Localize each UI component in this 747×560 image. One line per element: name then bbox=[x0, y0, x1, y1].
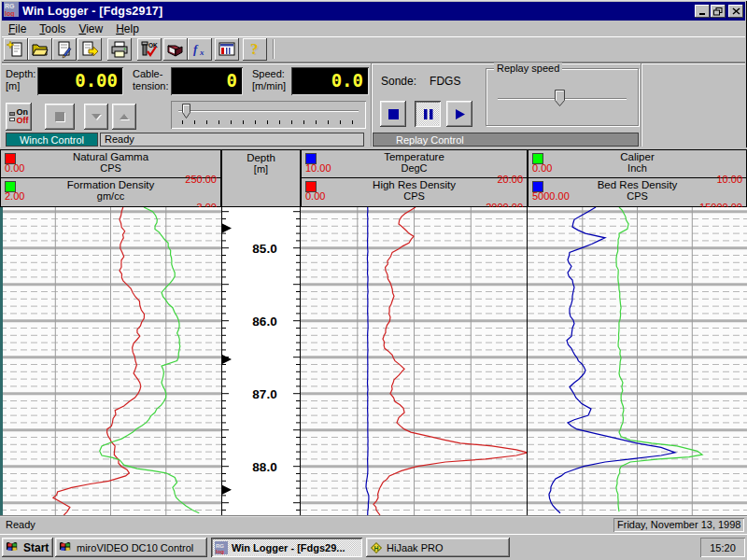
new-log-icon bbox=[7, 40, 25, 59]
track-1-header: Natural Gamma0.00CPS250.00Formation Dens… bbox=[0, 149, 221, 207]
toolbar-help-button[interactable]: ?? bbox=[243, 38, 267, 61]
svg-text:?: ? bbox=[250, 40, 259, 58]
scale-min: 5000.00 bbox=[532, 190, 570, 202]
cable-tension-display: 0 bbox=[171, 67, 243, 95]
speed-display: 0.0 bbox=[291, 67, 369, 95]
speed-label: Speed:[m/min] bbox=[252, 68, 286, 92]
minimize-button[interactable] bbox=[695, 5, 710, 18]
svg-text:x: x bbox=[199, 48, 204, 57]
scale-min: 0.00 bbox=[305, 190, 325, 202]
curve-unit: gm/cc bbox=[1, 190, 220, 202]
sonde-row: Sonde:FDGS bbox=[381, 75, 460, 88]
temperature-header: Temperature10.00DegC20.00 bbox=[302, 150, 527, 178]
scale-min: 2.00 bbox=[5, 190, 24, 202]
close-icon bbox=[732, 7, 740, 15]
winch-stop-button[interactable] bbox=[45, 104, 75, 130]
replay-play-button[interactable] bbox=[446, 101, 472, 127]
menu-help[interactable]: Help bbox=[109, 21, 146, 36]
replay-slider-thumb[interactable] bbox=[555, 90, 565, 110]
replay-pause-button[interactable] bbox=[415, 101, 441, 127]
menu-view[interactable]: View bbox=[72, 21, 109, 36]
toolbar-new-log-button[interactable] bbox=[4, 38, 28, 61]
winch-down-button[interactable] bbox=[84, 104, 108, 130]
menu-tools[interactable]: Tools bbox=[33, 21, 72, 36]
rglog-icon: RGlog bbox=[215, 541, 228, 554]
winapp-icon bbox=[59, 540, 73, 554]
menu-file[interactable]: File bbox=[2, 21, 33, 36]
sonde-check-ok-icon: OK bbox=[140, 40, 159, 59]
win-logger-window: RGlog Win Logger - [Fdgs2917] FileToolsV… bbox=[0, 0, 747, 560]
task-button-mirovideo-dc10-control[interactable]: miroVIDEO DC10 Control bbox=[55, 538, 207, 557]
replay-speed-group-label: Replay speed bbox=[494, 63, 562, 74]
svg-text:f: f bbox=[193, 42, 199, 56]
winch-slider-thumb[interactable] bbox=[182, 104, 190, 122]
winch-slider-tick bbox=[255, 120, 256, 124]
formation-density-header: Formation Density2.00gm/cc3.00 bbox=[1, 178, 220, 205]
toolbar-print-button[interactable] bbox=[107, 38, 132, 61]
depth-label-88.0: 88.0 bbox=[252, 460, 276, 474]
curve-title: High Res Density bbox=[302, 178, 527, 190]
depth-display: 0.00 bbox=[37, 67, 123, 95]
export-log-icon bbox=[80, 40, 99, 59]
app-icon: RGlog bbox=[4, 2, 19, 21]
winch-slider-tick bbox=[316, 120, 317, 124]
depth-column: 85.086.087.088.0 bbox=[221, 207, 301, 515]
winch-on-off-button[interactable]: OnOff bbox=[6, 103, 32, 131]
svg-text:RG: RG bbox=[5, 3, 15, 9]
curve-title: Natural Gamma bbox=[1, 150, 220, 162]
track-2-plot bbox=[301, 207, 528, 515]
open-log-icon bbox=[31, 40, 49, 59]
winch-status-field: Ready bbox=[100, 133, 364, 147]
restore-button[interactable] bbox=[711, 5, 726, 18]
scale-min: 0.00 bbox=[532, 162, 552, 174]
toolbar-edit-log-header-button[interactable] bbox=[52, 38, 77, 61]
svg-text:H: H bbox=[374, 545, 379, 552]
task-label: miroVIDEO DC10 Control bbox=[77, 542, 193, 553]
depth-label: Depth:[m] bbox=[6, 68, 35, 92]
toolbar-sonde-check-ok-button[interactable]: OK bbox=[137, 38, 162, 61]
print-icon bbox=[110, 40, 129, 59]
winch-slider-tick bbox=[206, 120, 207, 124]
winch-slider-tick bbox=[231, 120, 232, 124]
winch-slider-tick bbox=[352, 120, 353, 124]
windows-flag-icon bbox=[6, 540, 20, 554]
curve-title: Bed Res Density bbox=[529, 178, 746, 190]
close-button[interactable] bbox=[728, 5, 743, 18]
depth-header: Depth[m] bbox=[221, 149, 301, 207]
winch-speed-slider[interactable] bbox=[171, 101, 366, 129]
task-button-hijaak-pro[interactable]: HHiJaak PRO bbox=[366, 538, 510, 557]
stop-icon bbox=[53, 110, 66, 123]
toolbar-open-log-button[interactable] bbox=[28, 38, 52, 61]
replay-window-icon bbox=[218, 40, 236, 59]
winch-up-button[interactable] bbox=[112, 104, 136, 130]
depth-axis-unit: [m] bbox=[222, 163, 300, 175]
log-chart-area: Natural Gamma0.00CPS250.00Formation Dens… bbox=[0, 147, 747, 515]
start-button[interactable]: Start bbox=[2, 538, 53, 557]
replay-stop-button[interactable] bbox=[380, 101, 406, 127]
depth-label-87.0: 87.0 bbox=[252, 387, 276, 401]
curve-unit: CPS bbox=[1, 162, 220, 174]
restore-icon bbox=[713, 7, 723, 16]
help-icon: ?? bbox=[246, 40, 264, 59]
rg-log-icon: RGlog bbox=[4, 2, 19, 17]
scale-min: 0.00 bbox=[5, 162, 24, 174]
track-1-plot bbox=[0, 207, 221, 515]
winch-slider-tick bbox=[218, 120, 219, 124]
depth-label-86.0: 86.0 bbox=[252, 315, 276, 329]
date-panel: Friday, November 13, 1998 bbox=[613, 518, 744, 532]
replay-control-label: Replay Control bbox=[373, 133, 639, 147]
winch-slider-track[interactable] bbox=[178, 110, 359, 112]
svg-text:log: log bbox=[216, 549, 224, 554]
system-tray-clock[interactable]: 15:20 bbox=[700, 538, 745, 557]
toolbar-export-log-button[interactable] bbox=[78, 38, 102, 61]
toolbar-replay-window-button[interactable] bbox=[215, 38, 239, 61]
task-button-win-logger-fdgs29[interactable]: RGlogWin Logger - [Fdgs29... bbox=[211, 538, 362, 557]
sonde-value: FDGS bbox=[430, 75, 460, 88]
svg-text:RG: RG bbox=[216, 542, 224, 548]
winch-slider-tick bbox=[194, 120, 195, 124]
track-2-header: Temperature10.00DegC20.00High Res Densit… bbox=[301, 149, 528, 207]
track-3-plot bbox=[528, 207, 747, 515]
toolbar-log-book-button[interactable] bbox=[163, 38, 188, 61]
caliper-header: Caliper0.00Inch10.00 bbox=[529, 150, 746, 178]
toolbar-function-button[interactable]: fx bbox=[188, 38, 212, 61]
